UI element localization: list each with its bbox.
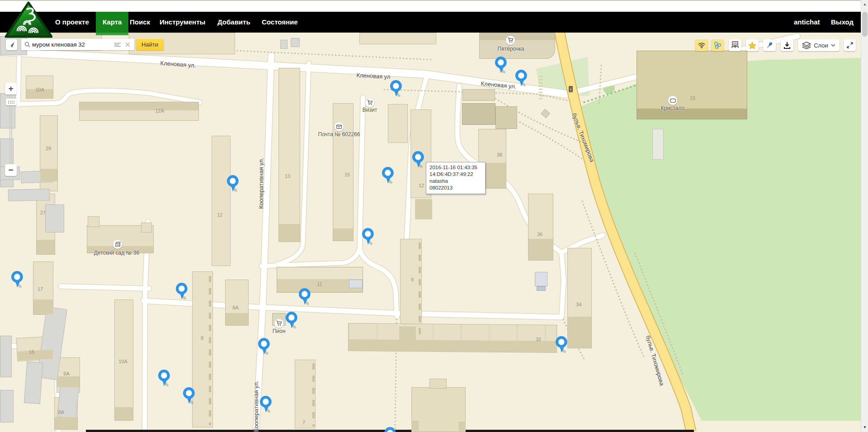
search-box[interactable]: [21, 39, 134, 50]
building: [24, 361, 43, 404]
pushpin-icon: [765, 41, 774, 49]
map-pin-selected[interactable]: [411, 151, 425, 169]
scrollbar-thumb[interactable]: [862, 12, 868, 37]
building: [388, 104, 408, 143]
nav-username[interactable]: antichat: [794, 12, 820, 33]
page: Кленовая ул. Кленовая ул Кленовая ул. Ко…: [0, 0, 868, 432]
building: [88, 216, 99, 227]
kindergarten-icon: А: [113, 240, 123, 249]
tooltip-password: 08022013: [429, 185, 482, 191]
building-number: 38: [491, 152, 509, 157]
building-number: 8А: [226, 305, 245, 310]
building-number: 9: [403, 277, 421, 282]
pin-tooltip: 2016-11-16 01:43:35 14:D6:4D:37:49:22 na…: [426, 162, 486, 194]
building: [652, 129, 664, 160]
map-pin[interactable]: [298, 288, 311, 306]
list-icon[interactable]: [114, 43, 121, 47]
building-number: 34: [570, 302, 588, 307]
nav-search[interactable]: Поиск: [130, 12, 150, 33]
shop-icon: [274, 319, 284, 328]
search-input[interactable]: [32, 39, 111, 50]
layers-label: Слои: [814, 42, 828, 49]
building: [537, 286, 546, 291]
building-number: 9А: [57, 371, 75, 376]
svg-text:А: А: [117, 243, 118, 246]
map-canvas[interactable]: [0, 33, 861, 432]
star-icon: [748, 42, 756, 49]
zoom-in-button[interactable]: +: [5, 83, 17, 95]
map-pin[interactable]: [361, 228, 375, 246]
map-pin[interactable]: [10, 271, 24, 289]
shop-icon: [506, 36, 515, 45]
building-number: 15: [338, 172, 356, 177]
circles-icon: [713, 41, 722, 49]
building: [349, 280, 363, 288]
site-logo[interactable]: [4, 1, 52, 39]
clusters-layer-button[interactable]: [711, 39, 724, 51]
nav-about[interactable]: О проекте: [55, 12, 89, 33]
pushpin-button[interactable]: [763, 39, 776, 51]
building-number: 15: [23, 349, 41, 355]
map-pin[interactable]: [285, 312, 298, 330]
network-icon: 192: [731, 41, 740, 49]
building-number: 8А: [52, 409, 70, 415]
building-number: 8: [193, 335, 211, 341]
map-pin[interactable]: [175, 283, 189, 301]
building: [45, 204, 64, 233]
building: [462, 103, 495, 125]
wifi-layer-button[interactable]: [695, 39, 708, 51]
building: [495, 106, 517, 129]
nav-tools[interactable]: Инструменты: [160, 12, 205, 33]
map-pin[interactable]: [389, 80, 403, 98]
nav-status[interactable]: Состояние: [262, 12, 298, 33]
tooltip-bssid: 14:D6:4D:37:49:22: [429, 171, 482, 178]
building-number: 10А: [114, 359, 132, 364]
building: [0, 390, 14, 423]
download-icon: [783, 42, 791, 49]
map-pin[interactable]: [226, 175, 240, 193]
poi-label: Кристалл: [661, 105, 684, 111]
zoom-slider-handle[interactable]: [6, 99, 17, 105]
building: [535, 272, 547, 286]
map-pin[interactable]: [381, 167, 395, 185]
tooltip-ssid: natasha: [429, 178, 482, 185]
search-submit-button[interactable]: Найти: [136, 39, 164, 50]
page-scrollbar[interactable]: ▲ ▼: [861, 0, 868, 432]
favorites-button[interactable]: [746, 39, 759, 51]
building: [278, 68, 300, 242]
building: [141, 223, 152, 233]
map-pin[interactable]: [259, 396, 273, 414]
map-pin[interactable]: [182, 387, 196, 405]
nav-add[interactable]: Добавить: [217, 12, 250, 33]
building: [462, 89, 495, 101]
download-button[interactable]: [781, 39, 793, 51]
traffic-light-icon: [569, 86, 573, 92]
poi-label: Визит: [363, 107, 377, 113]
clear-search-icon[interactable]: [125, 42, 130, 47]
map-pin[interactable]: [555, 336, 568, 354]
nav-map[interactable]: Карта: [96, 12, 128, 33]
network-tool-button[interactable]: 192: [729, 39, 741, 51]
map-pin[interactable]: [494, 57, 508, 75]
building-number: 7: [295, 420, 313, 425]
fullscreen-button[interactable]: [844, 39, 856, 51]
layers-icon: [802, 42, 811, 49]
locate-button[interactable]: [6, 39, 17, 50]
svg-text:192: 192: [733, 42, 737, 45]
map-pin[interactable]: [383, 427, 397, 432]
map-pin[interactable]: [157, 370, 171, 388]
zoom-out-button[interactable]: −: [5, 164, 17, 176]
scroll-down-icon[interactable]: ▼: [861, 424, 868, 431]
map-pin[interactable]: [514, 70, 528, 88]
wifi-icon: [698, 42, 706, 48]
scroll-up-icon[interactable]: ▲: [861, 1, 868, 8]
building: [359, 33, 436, 44]
layers-button[interactable]: Слои: [798, 39, 840, 51]
nav-logout[interactable]: Выход: [831, 12, 854, 33]
building-number: 32: [529, 337, 547, 342]
map-pin[interactable]: [257, 338, 271, 356]
building: [291, 38, 300, 47]
search-icon: [24, 42, 30, 47]
building: [8, 189, 50, 201]
building: [411, 387, 466, 432]
